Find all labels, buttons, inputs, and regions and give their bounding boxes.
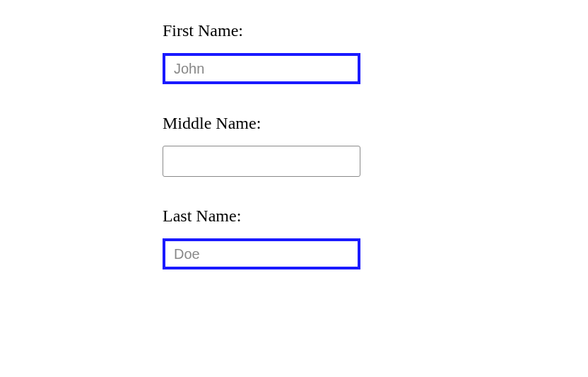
last-name-label: Last Name: [163, 207, 588, 226]
name-form: First Name: Middle Name: Last Name: [0, 0, 588, 269]
middle-name-input[interactable] [163, 146, 360, 177]
last-name-group: Last Name: [163, 207, 588, 269]
middle-name-group: Middle Name: [163, 114, 588, 177]
middle-name-label: Middle Name: [163, 114, 588, 133]
first-name-label: First Name: [163, 21, 588, 40]
last-name-input[interactable] [163, 238, 360, 269]
first-name-group: First Name: [163, 21, 588, 84]
first-name-input[interactable] [163, 53, 360, 84]
